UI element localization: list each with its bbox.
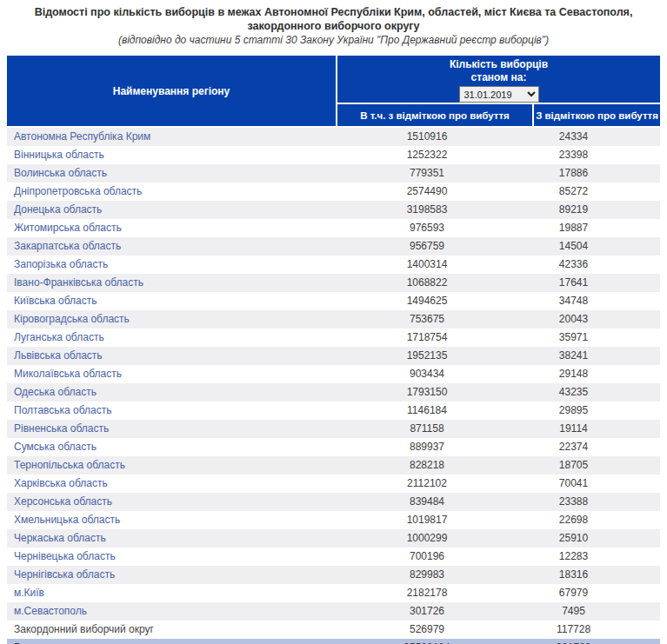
table-row: Львівська область 1952135 38241: [7, 347, 660, 365]
header-region-column: Найменування регіону: [7, 56, 337, 126]
departed-count-cell: 43235: [532, 383, 660, 402]
table-row: Чернівецька область 700196 12283: [7, 548, 660, 566]
region-link[interactable]: Луганська область: [14, 331, 104, 343]
table-row: Київська область 1494625 34748: [7, 292, 660, 310]
voters-count-cell: 889937: [337, 438, 532, 456]
table-body: Автономна Республіка Крим 1510916 24334 …: [7, 128, 660, 639]
voters-count-cell: 1252322: [337, 146, 532, 164]
voters-count-cell: 2112102: [337, 475, 532, 493]
region-link[interactable]: Донецька область: [14, 203, 102, 216]
total-departed-value: 991789: [532, 639, 660, 644]
voters-count-cell: 1510916: [337, 128, 532, 146]
table-header: Найменування регіону Кількість виборців …: [7, 56, 660, 128]
region-link[interactable]: Черкаська область: [14, 532, 106, 544]
region-link[interactable]: м.Севастополь: [14, 605, 87, 617]
voters-count-cell: 903434: [337, 365, 532, 383]
region-link[interactable]: Рівненська область: [14, 422, 109, 435]
voters-count-cell: 1793150: [337, 383, 532, 402]
region-link[interactable]: Київська область: [14, 295, 97, 307]
voters-count-cell: 526979: [337, 621, 532, 639]
table-row: Закарпатська область 956759 14504: [7, 237, 660, 256]
departed-count-cell: 42336: [532, 256, 660, 274]
departed-count-cell: 7495: [532, 602, 660, 621]
voters-table: Найменування регіону Кількість виборців …: [7, 56, 660, 644]
region-link[interactable]: м.Київ: [14, 587, 44, 599]
table-row: Волинська область 779351 17886: [7, 164, 660, 183]
departed-count-cell: 19887: [532, 219, 660, 237]
departed-count-cell: 23398: [532, 146, 660, 164]
table-row: Черкаська область 1000299 25910: [7, 529, 660, 548]
region-link[interactable]: Закарпатська область: [14, 240, 121, 252]
voters-count-cell: 1000299: [337, 529, 532, 548]
departed-count-cell: 12283: [532, 548, 660, 566]
region-link[interactable]: Волинська область: [14, 167, 107, 179]
region-link[interactable]: Чернігівська область: [14, 568, 115, 581]
departed-count-cell: 35971: [532, 329, 660, 347]
table-row: Житомирська область 976593 19887: [7, 219, 660, 237]
region-link: Закордонний виборчий округ: [14, 623, 154, 635]
table-row: м.Севастополь 301726 7495: [7, 602, 660, 621]
voters-count-cell: 2574490: [337, 183, 532, 201]
departed-count-cell: 29895: [532, 402, 660, 420]
voters-count-cell: 1400314: [337, 256, 532, 274]
page-title: Відомості про кількість виборців в межах…: [0, 0, 667, 47]
voters-count-cell: 1952135: [337, 347, 532, 365]
region-link[interactable]: Кіровоградська область: [14, 313, 130, 325]
voters-count-cell: 956759: [337, 237, 532, 256]
region-link[interactable]: Запорізька область: [14, 258, 108, 270]
voters-count-cell: 871158: [337, 420, 532, 438]
table-row: Чернігівська область 829983 18316: [7, 566, 660, 584]
region-link[interactable]: Сумська область: [14, 441, 97, 453]
voters-count-cell: 829983: [337, 566, 532, 584]
departed-count-cell: 23388: [532, 493, 660, 511]
total-voters-value: 35582184: [337, 639, 532, 644]
departed-count-cell: 22374: [532, 438, 660, 456]
page-title-line1: Відомості про кількість виборців в межах…: [0, 5, 667, 33]
departed-count-cell: 34748: [532, 292, 660, 310]
departed-count-cell: 70041: [532, 475, 660, 493]
region-link[interactable]: Львівська область: [14, 349, 103, 362]
region-link[interactable]: Дніпропетровська область: [14, 185, 142, 197]
region-link[interactable]: Вінницька область: [14, 149, 104, 161]
table-row: Автономна Республіка Крим 1510916 24334: [7, 128, 660, 146]
voters-count-cell: 839484: [337, 493, 532, 511]
departed-count-cell: 24334: [532, 128, 660, 146]
voters-count-cell: 1068822: [337, 274, 532, 292]
region-link[interactable]: Миколаївська область: [14, 368, 122, 380]
departed-count-cell: 18705: [532, 456, 660, 475]
voters-count-cell: 779351: [337, 164, 532, 183]
region-link[interactable]: Автономна Республіка Крим: [14, 130, 150, 143]
table-row: Запорізька область 1400314 42336: [7, 256, 660, 274]
departed-count-cell: 29148: [532, 365, 660, 383]
table-row: Сумська область 889937 22374: [7, 438, 660, 456]
region-link[interactable]: Одеська область: [14, 386, 97, 398]
region-link[interactable]: Житомирська область: [14, 222, 122, 234]
region-link[interactable]: Тернопільська область: [14, 459, 125, 471]
header-count-line1: Кількість виборців: [450, 58, 548, 70]
region-link[interactable]: Івано-Франківська область: [14, 276, 143, 289]
header-subcol-departed: З відміткою про вибуття: [532, 104, 660, 126]
date-select[interactable]: 31.01.2019: [459, 86, 539, 103]
region-link[interactable]: Чернівецька область: [14, 550, 116, 562]
table-row: Хмельницька область 1019817 22698: [7, 511, 660, 529]
departed-count-cell: 117728: [532, 621, 660, 639]
header-count-line2: станом на:: [471, 71, 527, 83]
departed-count-cell: 17886: [532, 164, 660, 183]
page-subtitle: (відповідно до частини 5 статті 30 Закон…: [0, 33, 667, 47]
header-subcol-total: В т.ч. з відміткою про вибуття: [337, 104, 532, 126]
region-link[interactable]: Херсонська область: [14, 495, 112, 508]
region-link[interactable]: Полтавська область: [14, 404, 112, 416]
departed-count-cell: 25910: [532, 529, 660, 548]
region-link[interactable]: Хмельницька область: [14, 514, 120, 526]
departed-count-cell: 18316: [532, 566, 660, 584]
voters-count-cell: 828218: [337, 456, 532, 475]
voters-count-cell: 3198583: [337, 201, 532, 219]
total-row: Всього 35582184 991789: [7, 639, 660, 644]
voters-count-cell: 1019817: [337, 511, 532, 529]
departed-count-cell: 67979: [532, 584, 660, 602]
table-row: Кіровоградська область 753675 20043: [7, 310, 660, 329]
voters-count-cell: 700196: [337, 548, 532, 566]
region-link[interactable]: Харківська область: [14, 477, 108, 489]
table-row: Вінницька область 1252322 23398: [7, 146, 660, 164]
departed-count-cell: 19114: [532, 420, 660, 438]
